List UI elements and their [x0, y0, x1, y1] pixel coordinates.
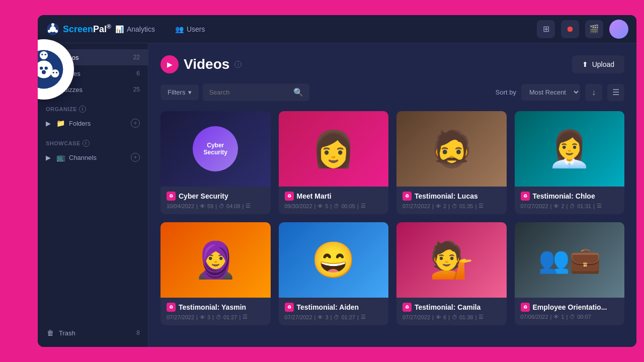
filters-left: Filters ▾ 🔍: [160, 83, 309, 101]
showcase-label: Showcase i: [38, 136, 148, 149]
video-card-testimonial-aiden[interactable]: 😄 ♻ Testimonial: Aiden 07/27/2022 | 👁 3: [279, 222, 389, 325]
thumb-testimonial-yasmin: 🧕: [160, 222, 271, 298]
video-meta-testimonial-aiden: 07/27/2022 | 👁 3 | ⏱ 01:27 | ☰: [285, 314, 383, 320]
video-meta-employee-orientation: 07/06/2022 | 👁 1 | ⏱ 00:07: [521, 314, 619, 320]
svg-point-18: [55, 30, 58, 33]
video-title-testimonial-lucas: ♻ Testimonial: Lucas: [403, 192, 501, 201]
capture-button[interactable]: ⊞: [537, 20, 555, 38]
sidebar-item-channels[interactable]: ▶ 📺 Channels +: [38, 149, 148, 166]
main-content: ▶ Videos i ⬆ Upload Filters ▾: [148, 43, 636, 347]
page-title: Videos: [184, 56, 229, 72]
video-title-testimonial-yasmin: ♻ Testimonial: Yasmin: [167, 303, 265, 312]
svg-point-5: [40, 66, 43, 69]
list-view-button[interactable]: ☰: [607, 84, 624, 101]
shared-icon-camila: ♻: [403, 303, 412, 312]
search-input[interactable]: [209, 88, 289, 96]
shared-icon-lucas: ♻: [403, 192, 412, 201]
shared-icon-aiden: ♻: [285, 303, 294, 312]
record-button[interactable]: ⏺: [561, 20, 579, 38]
video-meta-cyber-security: 10/04/2022 | 👁 59 | ⏱ 04:08 | ☰: [167, 203, 265, 209]
thumb-testimonial-lucas: 🧔: [396, 111, 507, 187]
videos-info-icon[interactable]: i: [234, 61, 242, 68]
chevron-down-icon: ▾: [188, 88, 192, 96]
add-folder-button[interactable]: +: [131, 119, 140, 128]
content-area: ▶ Videos 22 🖼 Images 6 ❓ Quizzes 25 Orga…: [38, 43, 636, 347]
trash-icon: 🗑: [46, 329, 55, 337]
filters-bar: Filters ▾ 🔍 Sort by Most Recent Oldest A…: [160, 83, 624, 101]
video-title-testimonial-chloe: ♻ Testimonial: Chloe: [521, 192, 619, 201]
svg-point-12: [53, 72, 54, 73]
thumb-testimonial-chloe: 👩‍💼: [515, 111, 625, 187]
shared-icon-marti: ♻: [285, 192, 294, 201]
video-title-cyber-security: ♻ Cyber Security: [167, 192, 265, 201]
video-info-meet-marti: ♻ Meet Marti 09/30/2022 | 👁 5 | ⏱ 00:05 …: [279, 187, 389, 214]
nav-item-users[interactable]: 👥 Users: [171, 23, 209, 35]
folder-expand-icon[interactable]: ▶: [46, 120, 51, 127]
video-card-cyber-security[interactable]: Cyber Security ♻ Cyber Security 10/04/20…: [160, 111, 271, 214]
svg-point-17: [48, 30, 51, 33]
shared-icon-employee: ♻: [521, 303, 530, 312]
video-title-employee-orientation: ♻ Employee Orientatio...: [521, 303, 619, 312]
thumb-cyber-security: Cyber Security: [160, 111, 271, 187]
svg-point-6: [45, 66, 48, 69]
upload-button[interactable]: ⬆ Upload: [572, 55, 624, 73]
video-info-employee-orientation: ♻ Employee Orientatio... 07/06/2022 | 👁 …: [515, 298, 625, 325]
video-meta-testimonial-chloe: 07/27/2022 | 👁 2 | ⏱ 01:31 | ☰: [521, 203, 619, 209]
filters-right: Sort by Most Recent Oldest A-Z Z-A ↓ ☰: [496, 84, 624, 101]
sidebar-item-folders[interactable]: ▶ 📁 Folders +: [38, 115, 148, 132]
organize-info-icon[interactable]: i: [79, 106, 86, 113]
folder-icon: 📁: [56, 119, 65, 127]
svg-point-2: [40, 51, 48, 59]
video-meta-testimonial-yasmin: 07/27/2022 | 👁 3 | ⏱ 01:27 | ☰: [167, 314, 265, 320]
video-info-testimonial-lucas: ♻ Testimonial: Lucas 07/27/2022 | 👁 2 | …: [396, 187, 507, 214]
user-avatar[interactable]: [609, 20, 628, 39]
thumb-testimonial-aiden: 😄: [279, 222, 389, 298]
video-title-meet-marti: ♻ Meet Marti: [285, 192, 383, 201]
page-header: ▶ Videos i ⬆ Upload: [160, 55, 624, 73]
logo-text: ScreenPal®: [63, 23, 111, 35]
nav-items: 📊 Analytics 👥 Users: [111, 23, 537, 35]
edit-button[interactable]: 🎬: [585, 20, 603, 38]
nav-actions: ⊞ ⏺ 🎬: [537, 20, 628, 39]
users-icon: 👥: [175, 25, 184, 33]
analytics-icon: 📊: [115, 25, 124, 33]
video-info-cyber-security: ♻ Cyber Security 10/04/2022 | 👁 59 | ⏱ 0…: [160, 187, 271, 214]
thumb-employee-orientation: 👥💼: [515, 222, 625, 298]
search-wrap: 🔍: [203, 83, 309, 101]
svg-point-4: [51, 69, 59, 77]
svg-point-7: [42, 70, 46, 74]
search-icon[interactable]: 🔍: [293, 87, 303, 97]
sidebar-item-trash[interactable]: 🗑 Trash 8: [38, 325, 148, 341]
svg-point-16: [51, 23, 54, 26]
organize-label: Organize i: [38, 102, 148, 115]
video-card-meet-marti[interactable]: 👩 ♻ Meet Marti 09/30/2022 | 👁 5 |: [279, 111, 389, 214]
browser-window: ScreenPal® 📊 Analytics 👥 Users ⊞ ⏺ 🎬 ▶: [38, 15, 636, 347]
add-channel-button[interactable]: +: [131, 153, 140, 162]
video-card-testimonial-yasmin[interactable]: 🧕 ♻ Testimonial: Yasmin 07/27/2022 | 👁 3: [160, 222, 271, 325]
video-title-testimonial-aiden: ♻ Testimonial: Aiden: [285, 303, 383, 312]
sort-direction-button[interactable]: ↓: [585, 84, 602, 101]
page-title-area: ▶ Videos i: [160, 55, 242, 73]
cyber-badge: Cyber Security: [193, 126, 238, 171]
video-info-testimonial-camila: ♻ Testimonial: Camila 07/27/2022 | 👁 6 |…: [396, 298, 507, 325]
svg-point-9: [45, 54, 46, 55]
video-card-testimonial-camila[interactable]: 💁 ♻ Testimonial: Camila 07/27/2022 | 👁 6: [396, 222, 507, 325]
nav-item-analytics[interactable]: 📊 Analytics: [111, 23, 159, 35]
video-card-testimonial-lucas[interactable]: 🧔 ♻ Testimonial: Lucas 07/27/2022 | 👁 2: [396, 111, 507, 214]
filters-button[interactable]: Filters ▾: [160, 84, 199, 100]
video-meta-testimonial-lucas: 07/27/2022 | 👁 2 | ⏱ 01:35 | ☰: [403, 203, 501, 209]
shared-icon-yasmin: ♻: [167, 303, 176, 312]
channels-icon: 📺: [56, 153, 65, 161]
video-card-testimonial-chloe[interactable]: 👩‍💼 ♻ Testimonial: Chloe 07/27/2022 | 👁 …: [515, 111, 625, 214]
logo[interactable]: ScreenPal®: [46, 22, 111, 36]
shared-icon-chloe: ♻: [521, 192, 530, 201]
video-card-employee-orientation[interactable]: 👥💼 ♻ Employee Orientatio... 07/06/2022 |…: [515, 222, 625, 325]
top-bar: ScreenPal® 📊 Analytics 👥 Users ⊞ ⏺ 🎬: [38, 15, 636, 43]
channels-expand-icon[interactable]: ▶: [46, 154, 51, 161]
video-meta-meet-marti: 09/30/2022 | 👁 5 | ⏱ 00:05 | ☰: [285, 203, 383, 209]
sort-select[interactable]: Most Recent Oldest A-Z Z-A: [521, 84, 580, 101]
video-info-testimonial-aiden: ♻ Testimonial: Aiden 07/27/2022 | 👁 3 | …: [279, 298, 389, 325]
showcase-info-icon[interactable]: i: [83, 140, 90, 147]
video-info-testimonial-yasmin: ♻ Testimonial: Yasmin 07/27/2022 | 👁 3 |…: [160, 298, 271, 325]
upload-icon: ⬆: [582, 60, 588, 68]
